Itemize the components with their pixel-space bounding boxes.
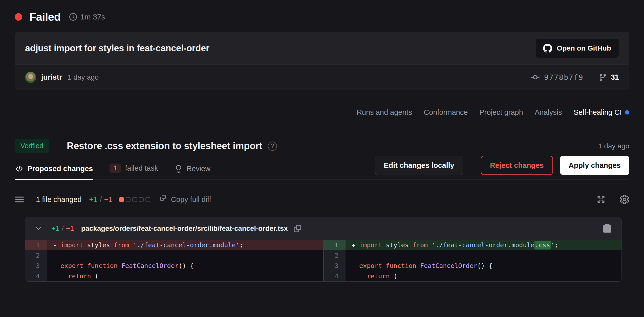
page: Failed 1m 37s adjust import for styles i… bbox=[0, 0, 644, 282]
run-status-label: Failed bbox=[29, 11, 61, 23]
nav-item-self-healing-ci[interactable]: Self-healing CI bbox=[574, 108, 629, 117]
edit-changes-locally-button[interactable]: Edit changes locally bbox=[375, 156, 463, 175]
author-name: juristr bbox=[41, 73, 62, 81]
copy-full-diff-button[interactable]: Copy full diff bbox=[159, 195, 211, 204]
diff-toolbar-right bbox=[596, 195, 629, 204]
copy-file-diff-icon[interactable] bbox=[603, 224, 612, 233]
reject-changes-button[interactable]: Reject changes bbox=[481, 156, 553, 175]
diff-stat-block-filled bbox=[119, 197, 124, 202]
diff-line: 2 bbox=[25, 250, 323, 261]
commit-author: juristr 1 day ago bbox=[25, 72, 99, 83]
git-commit-icon bbox=[531, 73, 540, 82]
commit-card-meta: juristr 1 day ago 9778b7f9 31 bbox=[15, 64, 629, 90]
line-number: 1 bbox=[25, 240, 47, 250]
diff-line: 4 return ( bbox=[324, 271, 621, 281]
nav-item-analysis[interactable]: Analysis bbox=[535, 108, 562, 117]
diff-file-header: +1 / −1 packages/orders/feat-cancel-orde… bbox=[25, 217, 621, 240]
line-number: 4 bbox=[324, 271, 346, 281]
run-duration: 1m 37s bbox=[69, 13, 105, 21]
nav-item-conformance[interactable]: Conformance bbox=[424, 108, 468, 117]
diff-pane-before: 1- import styles from './feat-cancel-ord… bbox=[25, 240, 323, 281]
diff-line: 1+ import styles from './feat-cancel-ord… bbox=[324, 240, 621, 250]
git-branch-icon bbox=[599, 73, 607, 81]
github-icon bbox=[543, 44, 552, 53]
diff-line: 3 export function FeatCancelOrder() { bbox=[324, 261, 621, 271]
diff-stat-block-empty bbox=[145, 197, 150, 202]
code-text: return ( bbox=[47, 271, 323, 281]
commit-card: adjust import for styles in feat-cancel-… bbox=[15, 32, 629, 90]
deletions-count: −1 bbox=[104, 195, 113, 204]
file-deletions: −1 bbox=[66, 224, 74, 233]
avatar bbox=[25, 72, 36, 83]
tab-label: Proposed changes bbox=[27, 165, 93, 173]
fix-header: Verified Restore .css extension to style… bbox=[15, 139, 629, 153]
file-path: packages/orders/feat-cancel-order/src/li… bbox=[81, 224, 288, 233]
commit-card-top: adjust import for styles in feat-cancel-… bbox=[15, 32, 629, 64]
failed-task-count: 1 bbox=[110, 164, 121, 173]
diff-line: 2 bbox=[324, 250, 621, 261]
diff-line: 3 export function FeatCancelOrder() { bbox=[25, 261, 323, 271]
nav-item-label: Self-healing CI bbox=[574, 108, 622, 117]
lightbulb-icon bbox=[175, 165, 182, 173]
diff-stat-block-empty bbox=[126, 197, 131, 202]
diff-panes: 1- import styles from './feat-cancel-ord… bbox=[25, 240, 621, 281]
copy-full-diff-label: Copy full diff bbox=[171, 195, 211, 204]
line-number: 2 bbox=[324, 250, 346, 261]
diff-pane-after: 1+ import styles from './feat-cancel-ord… bbox=[323, 240, 621, 281]
diff-stat-block-empty bbox=[132, 197, 137, 202]
branch-count[interactable]: 31 bbox=[599, 73, 619, 81]
diff-panel: +1 / −1 packages/orders/feat-cancel-orde… bbox=[25, 217, 622, 282]
nav-item-project-graph[interactable]: Project graph bbox=[479, 108, 523, 117]
file-additions: +1 bbox=[51, 224, 59, 233]
nav-item-runs-and-agents[interactable]: Runs and agents bbox=[357, 108, 412, 117]
fullscreen-icon[interactable] bbox=[596, 195, 606, 204]
line-number: 1 bbox=[324, 240, 346, 250]
line-number: 3 bbox=[324, 261, 346, 271]
commit-time: 1 day ago bbox=[68, 73, 99, 81]
file-list-menu-icon[interactable] bbox=[15, 195, 24, 204]
tab-proposed-changes[interactable]: Proposed changes bbox=[15, 158, 93, 179]
line-number: 2 bbox=[25, 250, 47, 261]
tab-label: Review bbox=[186, 165, 210, 173]
failed-status-dot bbox=[15, 13, 22, 21]
verified-badge: Verified bbox=[15, 139, 49, 153]
gear-icon[interactable] bbox=[620, 195, 629, 204]
code-icon bbox=[15, 165, 23, 173]
actions-divider bbox=[472, 157, 472, 173]
tab-label: failed task bbox=[125, 164, 158, 172]
additions-count: +1 bbox=[89, 195, 98, 204]
tab-failed-task[interactable]: 1 failed task bbox=[109, 157, 159, 179]
clock-icon bbox=[69, 13, 77, 21]
workspace-nav: Runs and agents Conformance Project grap… bbox=[15, 108, 629, 117]
open-on-github-label: Open on GitHub bbox=[557, 44, 611, 52]
commit-title: adjust import for styles in feat-cancel-… bbox=[25, 43, 209, 54]
code-text: return ( bbox=[346, 271, 621, 281]
code-text: + import styles from './feat-cancel-orde… bbox=[346, 240, 621, 250]
diff-line: 1- import styles from './feat-cancel-ord… bbox=[25, 240, 323, 250]
copy-path-icon[interactable] bbox=[294, 225, 301, 232]
fix-time: 1 day ago bbox=[598, 142, 629, 150]
fix-title: Restore .css extension to stylesheet imp… bbox=[67, 141, 262, 151]
code-text: export function FeatCancelOrder() { bbox=[346, 261, 621, 271]
code-text: - import styles from './feat-cancel-orde… bbox=[47, 240, 323, 250]
branch-count-value: 31 bbox=[611, 73, 619, 81]
run-duration-value: 1m 37s bbox=[80, 13, 105, 21]
open-on-github-button[interactable]: Open on GitHub bbox=[535, 39, 619, 58]
line-number: 4 bbox=[25, 271, 47, 281]
fix-actions: Edit changes locally Reject changes Appl… bbox=[375, 156, 629, 179]
fix-tabs-row: Proposed changes 1 failed task Review Ed… bbox=[15, 156, 629, 180]
help-icon[interactable]: ? bbox=[268, 142, 277, 151]
code-text: export function FeatCancelOrder() { bbox=[47, 261, 323, 271]
count-separator: / bbox=[100, 195, 102, 204]
apply-changes-button[interactable]: Apply changes bbox=[560, 156, 629, 175]
diff-toolbar: 1 file changed +1 / −1 Copy full diff bbox=[15, 195, 629, 204]
notification-dot bbox=[625, 110, 629, 115]
fix-tabs: Proposed changes 1 failed task Review bbox=[15, 156, 211, 179]
commit-meta: 9778b7f9 31 bbox=[531, 73, 619, 82]
diff-stat-blocks bbox=[119, 197, 150, 202]
code-text bbox=[346, 250, 621, 261]
chevron-down-icon[interactable] bbox=[35, 225, 42, 232]
tab-review[interactable]: Review bbox=[174, 158, 211, 179]
line-number: 3 bbox=[25, 261, 47, 271]
commit-sha[interactable]: 9778b7f9 bbox=[544, 73, 584, 82]
